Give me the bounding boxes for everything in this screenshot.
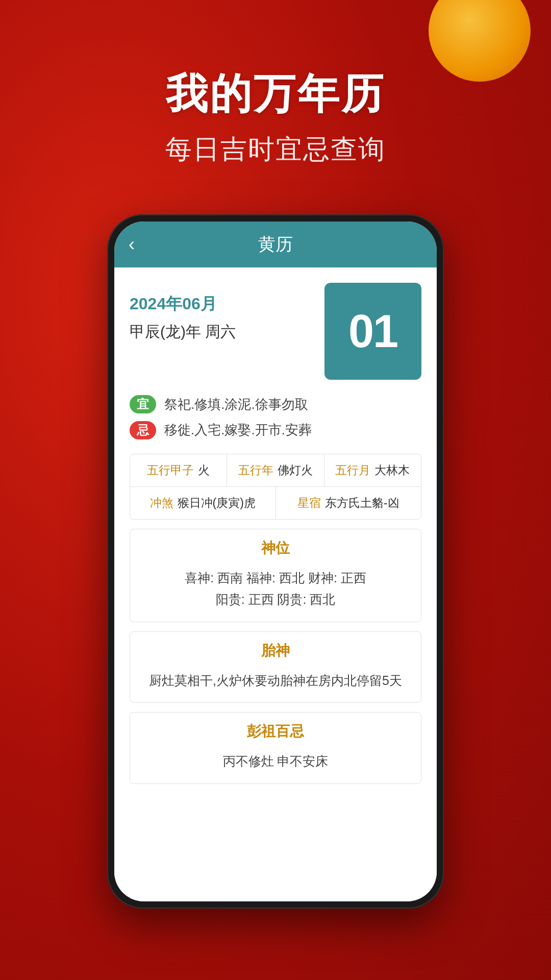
- date-ganzhi: 甲辰(龙)年 周六: [130, 322, 236, 342]
- yi-badge: 宜: [130, 395, 156, 413]
- yi-row: 宜 祭祀.修填.涂泥.徐事勿取: [130, 395, 421, 413]
- date-section: 2024年06月 甲辰(龙)年 周六 01: [130, 283, 421, 380]
- yi-text: 祭祀.修填.涂泥.徐事勿取: [164, 395, 308, 413]
- main-title: 我的万年历: [0, 66, 551, 122]
- ji-text: 移徙.入宅.嫁娶.开市.安葬: [164, 421, 312, 439]
- cell-label-chong: 冲煞: [150, 495, 173, 511]
- shen-wei-content: 喜神: 西南 福神: 西北 财神: 正西阳贵: 正西 阴贵: 西北: [130, 563, 421, 622]
- cell-xingsu: 星宿 东方氏土貉-凶: [276, 487, 421, 519]
- cell-value-3: 大林木: [374, 462, 410, 478]
- shen-wei-block: 神位 喜神: 西南 福神: 西北 财神: 正西阳贵: 正西 阴贵: 西北: [130, 529, 421, 622]
- phone-inner: ‹ 黄历 2024年06月 甲辰(龙)年 周六 01: [114, 222, 437, 901]
- info-table: 五行甲子 火 五行年 佛灯火 五行月 大林木: [130, 454, 421, 520]
- sub-title: 每日吉时宜忌查询: [0, 132, 551, 167]
- peng-zu-content: 丙不修灶 申不安床: [130, 746, 421, 783]
- cell-chong: 冲煞 猴日冲(庚寅)虎: [130, 487, 276, 519]
- peng-zu-title: 彭祖百忌: [130, 713, 421, 746]
- tai-shen-title: 胎神: [130, 632, 421, 666]
- cell-value-1: 火: [198, 462, 210, 478]
- ji-row: 忌 移徙.入宅.嫁娶.开市.安葬: [130, 421, 421, 439]
- yi-ji-section: 宜 祭祀.修填.涂泥.徐事勿取 忌 移徙.入宅.嫁娶.开市.安葬: [130, 395, 421, 439]
- cell-label-1: 五行甲子: [147, 462, 194, 478]
- table-row-chong: 冲煞 猴日冲(庚寅)虎 星宿 东方氏土貉-凶: [130, 487, 421, 519]
- cell-label-3: 五行月: [335, 462, 370, 478]
- date-year-month: 2024年06月: [130, 293, 236, 315]
- cell-wuxing-jiazi: 五行甲子 火: [130, 454, 227, 486]
- cell-wuxing-month: 五行月 大林木: [324, 454, 421, 486]
- app-bar-title: 黄历: [258, 233, 293, 256]
- tai-shen-content: 厨灶莫相干,火炉休要动胎神在房内北停留5天: [130, 666, 421, 703]
- cell-wuxing-year: 五行年 佛灯火: [227, 454, 324, 486]
- header-area: 我的万年历 每日吉时宜忌查询: [0, 66, 551, 167]
- table-row-wuxing: 五行甲子 火 五行年 佛灯火 五行月 大林木: [130, 454, 421, 487]
- date-left: 2024年06月 甲辰(龙)年 周六: [130, 283, 236, 342]
- cell-value-chong: 猴日冲(庚寅)虎: [178, 495, 256, 511]
- cell-value-2: 佛灯火: [278, 462, 313, 478]
- date-day-box: 01: [324, 283, 421, 380]
- back-button[interactable]: ‹: [129, 234, 135, 255]
- cell-label-xingsu: 星宿: [297, 495, 321, 511]
- cell-label-2: 五行年: [238, 462, 273, 478]
- tai-shen-block: 胎神 厨灶莫相干,火炉休要动胎神在房内北停留5天: [130, 631, 421, 703]
- date-day-number: 01: [348, 305, 397, 358]
- phone-outer: ‹ 黄历 2024年06月 甲辰(龙)年 周六 01: [107, 214, 444, 909]
- ji-badge: 忌: [130, 421, 156, 439]
- cell-value-xingsu: 东方氏土貉-凶: [325, 495, 399, 511]
- app-bar: ‹ 黄历: [114, 222, 437, 267]
- shen-wei-title: 神位: [130, 529, 421, 563]
- peng-zu-block: 彭祖百忌 丙不修灶 申不安床: [130, 712, 421, 784]
- content-area: 2024年06月 甲辰(龙)年 周六 01 宜 祭祀.修填.涂泥.徐事勿取 忌: [114, 267, 437, 901]
- phone-mockup: ‹ 黄历 2024年06月 甲辰(龙)年 周六 01: [107, 214, 444, 909]
